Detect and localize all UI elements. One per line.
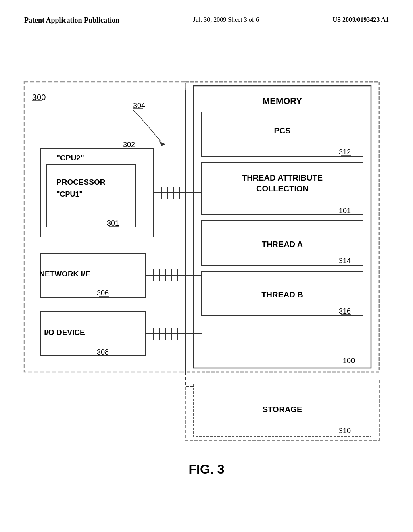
n101-label: 101 — [339, 207, 351, 215]
diagram-area: MEMORY PCS 312 THREAD ATTRIBUTE COLLECTI… — [0, 33, 413, 497]
n314-label: 314 — [339, 257, 351, 265]
network-label: NETWORK I/F — [39, 270, 90, 278]
publication-label: Patent Application Publication — [24, 16, 119, 25]
thread-attr-label: THREAD ATTRIBUTE — [242, 173, 323, 182]
cpu2-label: "CPU2" — [56, 154, 84, 162]
thread-b-label: THREAD B — [261, 290, 303, 299]
cpu1-label: "CPU1" — [56, 190, 83, 198]
n308-label: 308 — [97, 348, 109, 356]
n100-label: 100 — [343, 357, 355, 365]
io-device-label: I/O DEVICE — [44, 328, 85, 337]
n302-label: 302 — [123, 141, 135, 149]
patent-number-label: US 2009/0193423 A1 — [332, 16, 389, 23]
svg-rect-0 — [186, 82, 379, 372]
page-header: Patent Application Publication Jul. 30, … — [0, 0, 413, 33]
svg-marker-27 — [159, 141, 165, 146]
n316-label: 316 — [339, 307, 351, 315]
n300-label: 300 — [32, 93, 46, 102]
processor-label: PROCESSOR — [56, 178, 106, 186]
diagram-svg: MEMORY PCS 312 THREAD ATTRIBUTE COLLECTI… — [0, 33, 413, 469]
memory-label: MEMORY — [263, 96, 302, 106]
n306-label: 306 — [97, 289, 109, 297]
n310-label: 310 — [339, 427, 351, 435]
date-sheet-label: Jul. 30, 2009 Sheet 3 of 6 — [193, 16, 259, 23]
pcs-label: PCS — [274, 126, 290, 135]
figure-caption: FIG. 3 — [189, 462, 225, 477]
n312-label: 312 — [339, 148, 351, 156]
n301-label: 301 — [107, 219, 119, 227]
thread-a-label: THREAD A — [262, 240, 303, 249]
storage-label: STORAGE — [263, 405, 302, 414]
collection-label: COLLECTION — [256, 184, 309, 193]
